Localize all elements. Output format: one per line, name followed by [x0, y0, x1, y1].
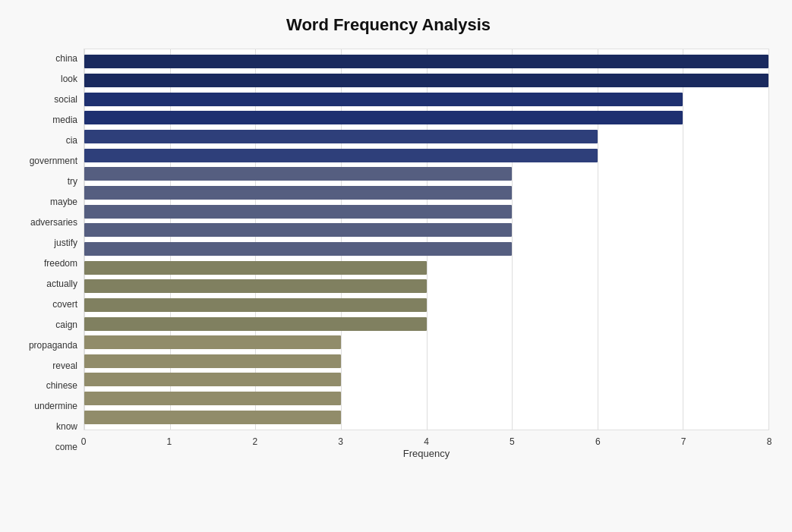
bar — [84, 167, 512, 181]
bar-row — [84, 296, 768, 315]
y-label: try — [68, 177, 77, 186]
x-tick-label: 4 — [424, 436, 429, 447]
x-tick-label: 7 — [681, 436, 686, 447]
y-axis: chinalooksocialmediaciagovernmenttrymayb… — [8, 49, 84, 482]
y-label: undermine — [34, 401, 77, 411]
bar — [84, 373, 341, 386]
x-axis-label: Frequency — [84, 448, 769, 459]
bar — [84, 111, 683, 124]
y-label: actually — [46, 279, 77, 288]
bar — [84, 130, 598, 143]
bar — [84, 74, 768, 87]
y-label: maybe — [50, 197, 77, 206]
bar-row — [84, 352, 768, 371]
y-label: know — [56, 422, 77, 431]
grid-line — [768, 49, 769, 430]
plot-area — [84, 49, 769, 430]
bar — [84, 335, 341, 349]
y-label: caign — [55, 320, 77, 329]
x-tick-label: 1 — [167, 436, 172, 447]
y-label: government — [30, 156, 77, 165]
bar — [84, 242, 512, 256]
y-label: cia — [66, 136, 77, 145]
bar — [84, 279, 427, 293]
y-label: reveal — [52, 361, 77, 370]
bar — [84, 392, 341, 405]
bar-row — [84, 277, 768, 296]
y-label: social — [54, 95, 77, 104]
x-tick-label: 8 — [767, 436, 772, 447]
bar — [84, 261, 427, 275]
bar — [84, 55, 768, 68]
bar-row — [84, 127, 768, 146]
x-tick-label: 2 — [252, 436, 257, 447]
bar-row — [84, 333, 768, 352]
bar-row — [84, 90, 768, 109]
bar — [84, 205, 512, 219]
bar-row — [84, 202, 768, 221]
bar-row — [84, 370, 768, 389]
y-label: justify — [54, 238, 77, 247]
y-label: come — [55, 442, 77, 452]
bar-row — [84, 389, 768, 408]
x-tick-label: 6 — [595, 436, 601, 447]
bar-row — [84, 52, 768, 71]
bar-row — [84, 184, 768, 203]
chart-area: chinalooksocialmediaciagovernmenttrymayb… — [8, 49, 769, 482]
bar — [84, 298, 427, 312]
y-label: covert — [52, 300, 77, 309]
y-label: propaganda — [29, 341, 77, 350]
bar — [84, 354, 341, 368]
bars-section: 012345678 Frequency — [84, 49, 769, 482]
y-label: chinese — [46, 381, 77, 390]
bar-row — [84, 165, 768, 184]
bar-row — [84, 146, 768, 165]
x-tick-label: 3 — [338, 436, 343, 447]
bar-row — [84, 109, 768, 127]
y-label: china — [55, 54, 77, 63]
bar-row — [84, 71, 768, 90]
y-label: media — [52, 115, 77, 124]
chart-title: Word Frequency Analysis — [8, 15, 769, 35]
bar-row — [84, 258, 768, 277]
bar-row — [84, 408, 768, 427]
bar-row — [84, 221, 768, 240]
x-tick-label: 0 — [81, 436, 87, 447]
bar — [84, 411, 341, 424]
chart-container: Word Frequency Analysis chinalooksocialm… — [0, 0, 792, 532]
bar-row — [84, 314, 768, 333]
y-label: adversaries — [30, 218, 77, 227]
bar-row — [84, 240, 768, 259]
y-label: freedom — [44, 259, 77, 268]
bar — [84, 317, 427, 331]
bar — [84, 223, 512, 237]
bar — [84, 149, 598, 162]
x-tick-label: 5 — [510, 436, 515, 447]
bar — [84, 93, 683, 106]
y-label: look — [61, 74, 77, 83]
bars-wrapper — [84, 49, 768, 430]
bar — [84, 186, 512, 200]
